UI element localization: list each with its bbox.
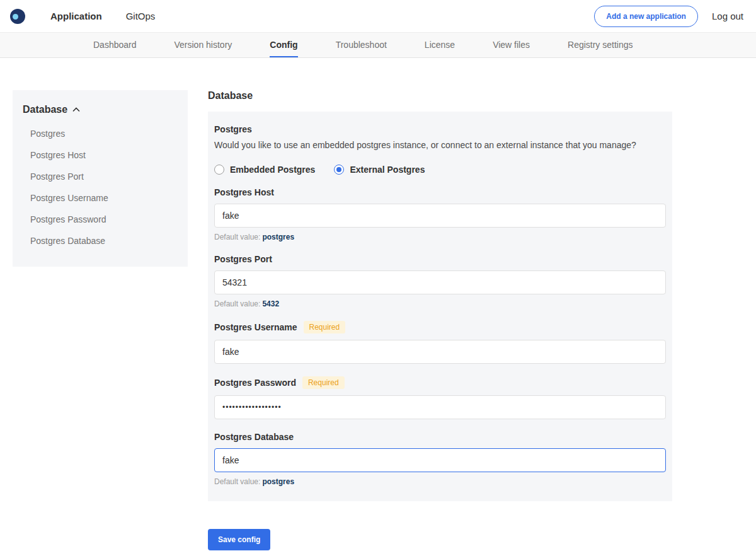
postgres-username-input[interactable] <box>214 340 666 364</box>
sidebar-group-database[interactable]: Database <box>23 104 178 115</box>
sidebar-item-postgres-host[interactable]: Postgres Host <box>23 144 178 166</box>
tab-license[interactable]: License <box>425 33 455 57</box>
config-group-card: Postgres Would you like to use an embedd… <box>208 112 672 501</box>
field-postgres-username: Postgres Username Required <box>214 321 666 364</box>
postgres-host-label: Postgres Host <box>214 187 274 197</box>
required-badge: Required <box>302 376 345 389</box>
top-tabs: Application GitOps <box>50 0 155 32</box>
tab-config[interactable]: Config <box>270 33 297 57</box>
postgres-host-default: Default value:postgres <box>214 233 666 241</box>
tab-application[interactable]: Application <box>50 0 102 33</box>
tab-dashboard[interactable]: Dashboard <box>93 33 137 57</box>
radio-selected-icon[interactable] <box>334 165 344 175</box>
section-title: Database <box>208 90 672 102</box>
required-badge: Required <box>304 321 346 334</box>
postgres-database-default: Default value:postgres <box>214 477 666 486</box>
chevron-up-icon <box>72 107 80 112</box>
app-logo[interactable] <box>10 9 25 24</box>
radio-external-postgres[interactable]: External Postgres <box>334 165 425 175</box>
sidebar-item-postgres-database[interactable]: Postgres Database <box>23 230 178 252</box>
tab-troubleshoot[interactable]: Troubleshoot <box>336 33 387 57</box>
top-nav-actions: Add a new application Log out <box>594 6 747 27</box>
sidebar-group-label: Database <box>23 104 67 115</box>
postgres-help-text: Would you like to use an embedded postgr… <box>214 139 666 152</box>
field-postgres-port: Postgres Port Default value:5432 <box>214 254 666 308</box>
config-page: Database Postgres Postgres Host Postgres… <box>0 58 756 551</box>
add-application-button[interactable]: Add a new application <box>594 6 698 27</box>
postgres-port-label: Postgres Port <box>214 254 272 264</box>
postgres-database-label: Postgres Database <box>214 432 294 442</box>
logout-link[interactable]: Log out <box>712 11 743 21</box>
save-config-button[interactable]: Save config <box>208 529 270 550</box>
field-postgres-host: Postgres Host Default value:postgres <box>214 187 666 241</box>
tab-view-files[interactable]: View files <box>493 33 530 57</box>
postgres-port-default: Default value:5432 <box>214 299 666 308</box>
postgres-host-input[interactable] <box>214 204 666 228</box>
sidebar-item-postgres[interactable]: Postgres <box>23 123 178 144</box>
radio-unselected-icon[interactable] <box>214 165 224 175</box>
radio-embedded-postgres[interactable]: Embedded Postgres <box>214 165 315 175</box>
postgres-mode-radio-group: Embedded Postgres External Postgres <box>214 165 666 175</box>
postgres-database-input[interactable] <box>214 448 666 472</box>
postgres-username-label: Postgres Username <box>214 322 297 332</box>
tab-version-history[interactable]: Version history <box>175 33 232 57</box>
sidebar-item-postgres-username[interactable]: Postgres Username <box>23 187 178 209</box>
postgres-group-label: Postgres <box>214 124 666 134</box>
postgres-password-input[interactable] <box>214 395 666 419</box>
logo-mark-icon <box>13 14 18 20</box>
tab-registry-settings[interactable]: Registry settings <box>568 33 633 57</box>
field-postgres-database: Postgres Database Default value:postgres <box>214 432 666 486</box>
app-sub-navigation: Dashboard Version history Config Trouble… <box>0 33 756 58</box>
sidebar-item-postgres-password[interactable]: Postgres Password <box>23 209 178 230</box>
config-sidebar: Database Postgres Postgres Host Postgres… <box>13 90 188 267</box>
field-postgres-password: Postgres Password Required <box>214 376 666 419</box>
tab-gitops[interactable]: GitOps <box>126 0 156 33</box>
postgres-password-label: Postgres Password <box>214 378 296 388</box>
radio-embedded-label: Embedded Postgres <box>230 165 315 175</box>
postgres-port-input[interactable] <box>214 270 666 294</box>
top-navigation: Application GitOps Add a new application… <box>0 0 756 33</box>
config-content: Database Postgres Would you like to use … <box>208 90 672 550</box>
sidebar-item-postgres-port[interactable]: Postgres Port <box>23 166 178 187</box>
radio-external-label: External Postgres <box>350 165 425 175</box>
